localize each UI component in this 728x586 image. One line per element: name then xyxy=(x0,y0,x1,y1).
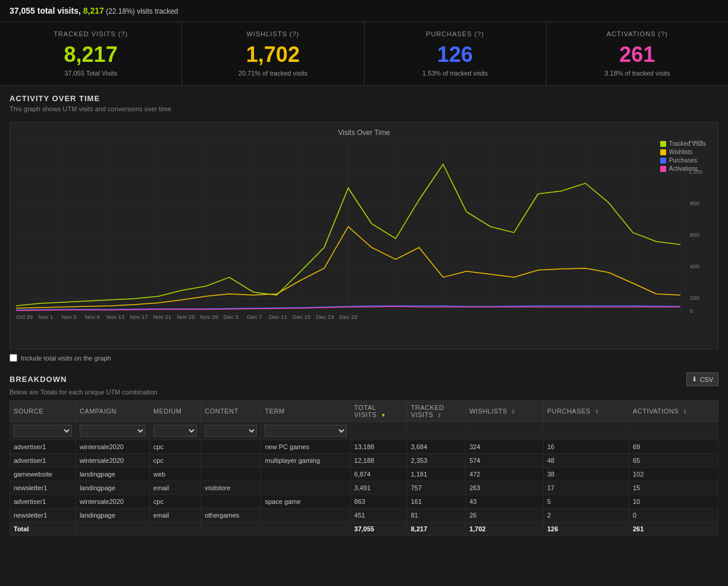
metric-activations-label: ACTIVATIONS (?) xyxy=(554,30,721,37)
total-visits-checkbox[interactable] xyxy=(10,354,17,362)
svg-text:Dec 15: Dec 15 xyxy=(293,314,310,320)
col-source: SOURCE xyxy=(10,401,76,422)
svg-text:Nov 25: Nov 25 xyxy=(177,314,194,320)
cell-purchases: 38 xyxy=(543,468,629,481)
cell-activations: 0 xyxy=(629,509,718,522)
cell-medium: email xyxy=(149,509,200,522)
cell-source: advertiser1 xyxy=(10,454,76,468)
activity-section: ACTIVITY OVER TIME This graph shows UTM … xyxy=(0,86,728,122)
col-activations[interactable]: ACTIVATIONS ⇕ xyxy=(629,401,718,422)
cell-total_visits: 863 xyxy=(350,495,407,509)
col-total-visits[interactable]: TOTALVISITS ▼ xyxy=(350,401,407,422)
chart-legend: Tracked Visits Wishlists Purchases Activ… xyxy=(660,140,706,174)
filter-content[interactable] xyxy=(205,425,257,437)
svg-text:0: 0 xyxy=(690,308,693,314)
svg-text:Dec 23: Dec 23 xyxy=(340,314,357,320)
filter-term[interactable] xyxy=(265,425,346,437)
filter-medium[interactable] xyxy=(153,425,197,437)
top-bar: 37,055 total visits, 8,217 (22.18%) visi… xyxy=(0,0,728,22)
cell-wishlists: 574 xyxy=(466,454,544,468)
metric-activations-value: 261 xyxy=(554,42,721,67)
svg-text:Nov 13: Nov 13 xyxy=(106,314,124,320)
metric-tracked-label: TRACKED VISITS (?) xyxy=(7,30,174,37)
cell-source: newsletter1 xyxy=(10,481,76,495)
cell-purchases: 48 xyxy=(543,454,629,468)
cell-total_visits: 13,188 xyxy=(350,440,407,454)
cell-term: new PC games xyxy=(261,440,350,454)
col-tracked-visits[interactable]: TRACKEDVISITS ⇕ xyxy=(407,401,465,422)
filter-campaign[interactable] xyxy=(80,425,146,437)
col-wishlists[interactable]: WISHLISTS ⇕ xyxy=(466,401,544,422)
table-row: advertiser1wintersale2020cpcnew PC games… xyxy=(10,440,718,454)
svg-text:Dec 3: Dec 3 xyxy=(224,314,239,320)
cell-wishlists: 324 xyxy=(466,440,544,454)
legend-activations-dot xyxy=(660,166,666,172)
legend-purchases: Purchases xyxy=(660,157,706,164)
total-visits-checkbox-label: Include total visits on the graph xyxy=(21,355,111,362)
cell-content xyxy=(201,440,261,454)
col-campaign: CAMPAIGN xyxy=(76,401,149,422)
cell-medium: cpc xyxy=(149,440,200,454)
svg-text:Oct 29: Oct 29 xyxy=(16,314,33,320)
activity-subtitle: This graph shows UTM visits and conversi… xyxy=(10,105,718,112)
filter-source[interactable] xyxy=(14,425,72,437)
metric-tracked-visits: TRACKED VISITS (?) 8,217 37,055 Total Vi… xyxy=(0,22,182,85)
legend-wishlists: Wishlists xyxy=(660,149,706,155)
col-term: TERM xyxy=(261,401,350,422)
svg-text:600: 600 xyxy=(690,232,699,238)
table-wrapper: SOURCE CAMPAIGN MEDIUM CONTENT TERM TOTA… xyxy=(0,400,728,546)
breakdown-title: BREAKDOWN xyxy=(10,375,67,384)
chart-container: Visits Over Time 0 xyxy=(10,122,718,349)
col-purchases[interactable]: PURCHASES ⇕ xyxy=(543,401,629,422)
cell-source: advertiser1 xyxy=(10,495,76,509)
legend-tracked-label: Tracked Visits xyxy=(669,140,706,147)
col-content-label: CONTENT xyxy=(205,408,257,415)
table-row: advertiser1wintersale2020cpcspace game86… xyxy=(10,495,718,509)
cell-tracked_visits: 81 xyxy=(407,509,465,522)
breakdown-header: BREAKDOWN ⬇ CSV xyxy=(0,366,728,388)
col-campaign-label: CAMPAIGN xyxy=(80,408,146,415)
col-source-label: SOURCE xyxy=(14,408,72,415)
table-row: newsletter1landingpageemailvisitstore3,4… xyxy=(10,481,718,495)
cell-total_visits: 3,491 xyxy=(350,481,407,495)
svg-text:Nov 9: Nov 9 xyxy=(85,314,100,320)
col-content: CONTENT xyxy=(201,401,261,422)
table-row: advertiser1wintersale2020cpcmultiplayer … xyxy=(10,454,718,468)
total-visits-number: 37,055 xyxy=(10,6,35,15)
legend-tracked-visits: Tracked Visits xyxy=(660,140,706,147)
legend-activations: Activations xyxy=(660,165,706,172)
table-row: gamewebsitelandingpageweb6,8741,18147238… xyxy=(10,468,718,481)
cell-medium: web xyxy=(149,468,200,481)
svg-text:800: 800 xyxy=(690,200,699,206)
tracked-visits-pct: (22.18%) visits tracked xyxy=(106,7,178,15)
legend-wishlists-dot xyxy=(660,149,666,155)
col-medium-label: MEDIUM xyxy=(153,408,197,415)
cell-content: visitstore xyxy=(201,481,261,495)
cell-activations: 10 xyxy=(629,495,718,509)
col-term-label: TERM xyxy=(265,408,346,415)
total-visits-text: total visits, xyxy=(37,6,81,15)
cell-tracked_visits: 2,353 xyxy=(407,454,465,468)
csv-download-button[interactable]: ⬇ CSV xyxy=(686,372,718,386)
svg-text:Nov 17: Nov 17 xyxy=(130,314,148,320)
metric-activations: ACTIVATIONS (?) 261 3.18% of tracked vis… xyxy=(547,22,728,85)
cell-total_visits: 451 xyxy=(350,509,407,522)
svg-text:200: 200 xyxy=(690,295,699,301)
cell-term: multiplayer gaming xyxy=(261,454,350,468)
cell-tracked_visits: 3,684 xyxy=(407,440,465,454)
metric-purchases-value: 126 xyxy=(372,42,539,67)
cell-term xyxy=(261,509,350,522)
svg-text:400: 400 xyxy=(690,264,699,270)
cell-wishlists: 26 xyxy=(466,509,544,522)
total-visits-label: 37,055 total visits, xyxy=(10,6,83,15)
csv-label: CSV xyxy=(699,376,713,383)
cell-source: newsletter1 xyxy=(10,509,76,522)
cell-source: gamewebsite xyxy=(10,468,76,481)
legend-purchases-dot xyxy=(660,158,666,164)
cell-content xyxy=(201,495,261,509)
cell-tracked_visits: 757 xyxy=(407,481,465,495)
cell-content xyxy=(201,468,261,481)
legend-purchases-label: Purchases xyxy=(669,157,697,164)
svg-text:Dec 19: Dec 19 xyxy=(316,314,334,320)
legend-tracked-dot xyxy=(660,141,666,147)
